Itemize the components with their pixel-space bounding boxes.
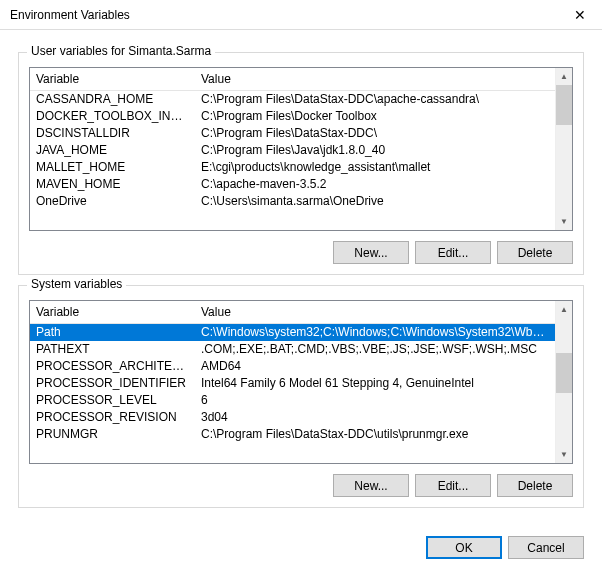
user-variables-group: User variables for Simanta.Sarma Variabl… <box>18 52 584 275</box>
system-variables-group: System variables Variable Value PathC:\W… <box>18 285 584 508</box>
close-icon: ✕ <box>574 7 586 23</box>
variable-value-cell: C:\Program Files\DataStax-DDC\apache-cas… <box>195 91 555 108</box>
table-row[interactable]: OneDriveC:\Users\simanta.sarma\OneDrive <box>30 193 555 210</box>
variable-value-cell: C:\Windows\system32;C:\Windows;C:\Window… <box>195 324 555 341</box>
variable-name-cell: OneDrive <box>30 193 195 210</box>
table-row[interactable]: JAVA_HOMEC:\Program Files\Java\jdk1.8.0_… <box>30 142 555 159</box>
table-row[interactable]: PROCESSOR_IDENTIFIERIntel64 Family 6 Mod… <box>30 375 555 392</box>
variable-name-cell: PROCESSOR_ARCHITECTURE <box>30 358 195 375</box>
table-row[interactable]: PATHEXT.COM;.EXE;.BAT;.CMD;.VBS;.VBE;.JS… <box>30 341 555 358</box>
system-col-value[interactable]: Value <box>195 301 555 323</box>
variable-value-cell: C:\Users\simanta.sarma\OneDrive <box>195 193 555 210</box>
variable-name-cell: PRUNMGR <box>30 426 195 443</box>
table-row[interactable]: CASSANDRA_HOMEC:\Program Files\DataStax-… <box>30 91 555 108</box>
variable-value-cell: C:\Program Files\Docker Toolbox <box>195 108 555 125</box>
system-group-legend: System variables <box>27 277 126 291</box>
user-scrollbar[interactable]: ▲ ▼ <box>555 68 572 230</box>
variable-name-cell: Path <box>30 324 195 341</box>
scroll-up-icon[interactable]: ▲ <box>556 68 572 85</box>
scroll-thumb[interactable] <box>556 353 572 393</box>
scroll-down-icon[interactable]: ▼ <box>556 446 572 463</box>
scroll-thumb[interactable] <box>556 85 572 125</box>
variable-value-cell: C:\apache-maven-3.5.2 <box>195 176 555 193</box>
system-list-header: Variable Value <box>30 301 555 324</box>
user-variables-list[interactable]: Variable Value CASSANDRA_HOMEC:\Program … <box>29 67 573 231</box>
system-new-button[interactable]: New... <box>333 474 409 497</box>
titlebar: Environment Variables ✕ <box>0 0 602 30</box>
table-row[interactable]: PROCESSOR_REVISION3d04 <box>30 409 555 426</box>
table-row[interactable]: PROCESSOR_LEVEL6 <box>30 392 555 409</box>
table-row[interactable]: DSCINSTALLDIRC:\Program Files\DataStax-D… <box>30 125 555 142</box>
table-row[interactable]: MALLET_HOMEE:\cgi\products\knowledge_ass… <box>30 159 555 176</box>
variable-value-cell: 3d04 <box>195 409 555 426</box>
user-col-variable[interactable]: Variable <box>30 68 195 90</box>
system-scrollbar[interactable]: ▲ ▼ <box>555 301 572 463</box>
table-row[interactable]: DOCKER_TOOLBOX_INSTAL...C:\Program Files… <box>30 108 555 125</box>
user-list-header: Variable Value <box>30 68 555 91</box>
variable-name-cell: PROCESSOR_LEVEL <box>30 392 195 409</box>
system-delete-button[interactable]: Delete <box>497 474 573 497</box>
variable-value-cell: C:\Program Files\Java\jdk1.8.0_40 <box>195 142 555 159</box>
variable-name-cell: MAVEN_HOME <box>30 176 195 193</box>
variable-name-cell: CASSANDRA_HOME <box>30 91 195 108</box>
user-edit-button[interactable]: Edit... <box>415 241 491 264</box>
system-col-variable[interactable]: Variable <box>30 301 195 323</box>
variable-value-cell: Intel64 Family 6 Model 61 Stepping 4, Ge… <box>195 375 555 392</box>
variable-name-cell: DOCKER_TOOLBOX_INSTAL... <box>30 108 195 125</box>
variable-value-cell: C:\Program Files\DataStax-DDC\ <box>195 125 555 142</box>
variable-name-cell: PROCESSOR_IDENTIFIER <box>30 375 195 392</box>
variable-value-cell: .COM;.EXE;.BAT;.CMD;.VBS;.VBE;.JS;.JSE;.… <box>195 341 555 358</box>
cancel-button[interactable]: Cancel <box>508 536 584 559</box>
close-button[interactable]: ✕ <box>557 0 602 30</box>
scroll-up-icon[interactable]: ▲ <box>556 301 572 318</box>
variable-name-cell: JAVA_HOME <box>30 142 195 159</box>
user-new-button[interactable]: New... <box>333 241 409 264</box>
variable-name-cell: PROCESSOR_REVISION <box>30 409 195 426</box>
window-title: Environment Variables <box>10 8 130 22</box>
ok-button[interactable]: OK <box>426 536 502 559</box>
system-edit-button[interactable]: Edit... <box>415 474 491 497</box>
user-col-value[interactable]: Value <box>195 68 555 90</box>
variable-value-cell: E:\cgi\products\knowledge_assistant\mall… <box>195 159 555 176</box>
scroll-down-icon[interactable]: ▼ <box>556 213 572 230</box>
system-variables-list[interactable]: Variable Value PathC:\Windows\system32;C… <box>29 300 573 464</box>
user-group-legend: User variables for Simanta.Sarma <box>27 44 215 58</box>
variable-value-cell: 6 <box>195 392 555 409</box>
table-row[interactable]: PathC:\Windows\system32;C:\Windows;C:\Wi… <box>30 324 555 341</box>
table-row[interactable]: PRUNMGRC:\Program Files\DataStax-DDC\uti… <box>30 426 555 443</box>
variable-name-cell: DSCINSTALLDIR <box>30 125 195 142</box>
variable-name-cell: PATHEXT <box>30 341 195 358</box>
variable-name-cell: MALLET_HOME <box>30 159 195 176</box>
table-row[interactable]: PROCESSOR_ARCHITECTUREAMD64 <box>30 358 555 375</box>
variable-value-cell: AMD64 <box>195 358 555 375</box>
user-delete-button[interactable]: Delete <box>497 241 573 264</box>
table-row[interactable]: MAVEN_HOMEC:\apache-maven-3.5.2 <box>30 176 555 193</box>
variable-value-cell: C:\Program Files\DataStax-DDC\utils\prun… <box>195 426 555 443</box>
